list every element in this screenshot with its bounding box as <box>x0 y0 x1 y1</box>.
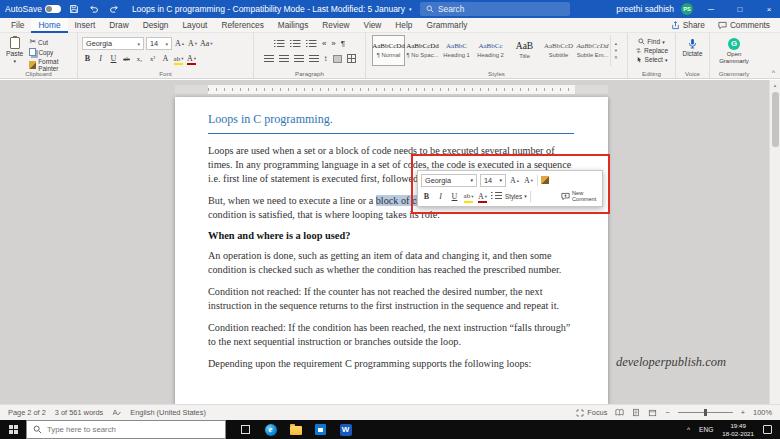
language-badge[interactable]: ENG <box>699 426 713 433</box>
change-case-button[interactable]: Aa▾ <box>200 37 213 50</box>
save-icon[interactable] <box>68 3 81 16</box>
zoom-out-button[interactable]: − <box>665 408 669 417</box>
subscript-button[interactable]: x₂ <box>134 52 145 65</box>
mini-highlight-button[interactable]: ab▾ <box>463 190 474 203</box>
taskbar-search[interactable] <box>26 420 226 439</box>
action-center-icon[interactable] <box>763 425 772 434</box>
tab-draw[interactable]: Draw <box>102 18 135 33</box>
new-comment-button[interactable]: New Comment <box>561 190 599 202</box>
bullet-list-button[interactable] <box>274 40 285 48</box>
tab-insert[interactable]: Insert <box>68 18 103 33</box>
align-center-button[interactable] <box>279 55 289 63</box>
style-heading-2[interactable]: AaBbCc Heading 2 <box>474 35 507 66</box>
style-heading-1[interactable]: AaBbC Heading 1 <box>440 35 473 66</box>
mini-font-color-button[interactable]: A▾ <box>477 190 488 203</box>
mini-shrink-font-button[interactable]: A▾ <box>523 174 534 187</box>
tray-chevron-ic[interactable]: ^ <box>687 426 690 433</box>
style-subtitle[interactable]: AaBbCcD Subtitle <box>542 35 575 66</box>
clock[interactable]: 19:49 18-02-2021 <box>722 422 754 438</box>
taskbar-search-input[interactable] <box>47 425 205 434</box>
mini-italic-button[interactable]: I <box>435 190 446 203</box>
tab-home[interactable]: Home <box>31 18 67 33</box>
decrease-indent-button[interactable]: « <box>322 40 326 48</box>
mini-font-size-combo[interactable]: 14▾ <box>480 174 506 187</box>
tab-design[interactable]: Design <box>136 18 176 33</box>
section-heading[interactable]: When and where is a loop used? <box>208 230 574 241</box>
justify-button[interactable] <box>309 55 319 63</box>
window-document-title[interactable]: Loops in C programming - Compatibility M… <box>132 4 412 14</box>
superscript-button[interactable]: x² <box>147 52 158 65</box>
start-button[interactable] <box>0 420 26 439</box>
close-button[interactable]: × <box>758 0 780 18</box>
show-paragraph-marks-button[interactable]: ¶ <box>341 40 345 48</box>
select-button[interactable]: Select ▾ <box>636 55 668 64</box>
minimize-button[interactable]: ─ <box>700 0 722 18</box>
font-name-combo[interactable]: Georgia▾ <box>82 37 144 50</box>
style-title[interactable]: AaB Title <box>508 35 541 66</box>
maximize-button[interactable]: □ <box>729 0 751 18</box>
paste-button[interactable]: Paste ▾ <box>3 36 26 72</box>
font-size-combo[interactable]: 14▾ <box>146 37 172 50</box>
shading-button[interactable] <box>333 55 342 63</box>
mini-font-name-combo[interactable]: Georgia▾ <box>421 174 477 187</box>
styles-more-button[interactable]: ≡ <box>615 55 618 60</box>
scroll-up-icon[interactable]: ▴ <box>774 82 777 88</box>
replace-button[interactable]: Replace <box>635 46 668 55</box>
word-count[interactable]: 3 of 561 words <box>55 408 103 417</box>
open-grammarly-button[interactable]: G Open Grammarly <box>713 36 755 64</box>
mini-list-button[interactable] <box>491 192 502 200</box>
task-view-button[interactable] <box>239 423 252 436</box>
find-button[interactable]: Find ▾ <box>638 37 664 46</box>
user-name[interactable]: preethi sadhish <box>616 4 674 14</box>
print-layout-button[interactable] <box>632 408 640 417</box>
document-page[interactable]: Loops in C programming. Loops are used w… <box>175 97 608 404</box>
mini-underline-button[interactable]: U <box>449 190 460 203</box>
numbered-list-button[interactable] <box>290 40 301 48</box>
autosave-toggle[interactable]: AutoSave <box>5 4 61 14</box>
grow-font-button[interactable]: A▴ <box>174 37 185 50</box>
tab-layout[interactable]: Layout <box>175 18 214 33</box>
avatar[interactable]: PS <box>681 3 693 15</box>
italic-button[interactable]: I <box>95 52 106 65</box>
language-indicator[interactable]: English (United States) <box>130 408 206 417</box>
copy-button[interactable]: Copy <box>29 48 74 56</box>
vertical-scrollbar[interactable]: ▴ <box>769 80 780 404</box>
edge-button[interactable]: e <box>264 423 277 436</box>
shrink-font-button[interactable]: A▾ <box>187 37 198 50</box>
zoom-slider-thumb[interactable] <box>704 409 707 416</box>
mini-bold-button[interactable]: B <box>421 190 432 203</box>
mini-format-painter-button[interactable] <box>541 176 549 184</box>
share-button[interactable]: Share <box>671 20 705 30</box>
dictate-button[interactable]: Dictate <box>683 36 703 57</box>
highlight-color-button[interactable]: ab▾ <box>173 52 184 65</box>
page-indicator[interactable]: Page 2 of 2 <box>8 408 46 417</box>
scrollbar-thumb[interactable] <box>772 92 779 147</box>
zoom-in-button[interactable]: + <box>741 408 745 417</box>
tab-help[interactable]: Help <box>388 18 419 33</box>
spellcheck-icon[interactable] <box>112 408 121 417</box>
tab-grammarly[interactable]: Grammarly <box>419 18 474 33</box>
autosave-switch[interactable] <box>45 5 61 13</box>
web-layout-button[interactable] <box>648 409 657 417</box>
undo-icon[interactable] <box>88 3 101 16</box>
styles-scroll-down[interactable]: ▾ <box>615 48 617 53</box>
paragraph-6[interactable]: Depending upon the requirement C program… <box>208 357 574 371</box>
tab-review[interactable]: Review <box>315 18 356 33</box>
borders-button[interactable] <box>347 54 356 63</box>
zoom-level[interactable]: 100% <box>753 408 772 417</box>
mini-styles-button[interactable]: Styles▾ <box>505 193 527 200</box>
align-left-button[interactable] <box>264 55 274 63</box>
underline-button[interactable]: U <box>108 52 119 65</box>
styles-scroll-up[interactable]: ▴ <box>615 41 617 46</box>
bold-button[interactable]: B <box>82 52 93 65</box>
line-spacing-button[interactable]: ↕ <box>324 55 328 63</box>
comments-button[interactable]: Comments <box>718 20 770 30</box>
style-no-spacing[interactable]: AaBbCcDd ¶ No Spac... <box>406 35 439 66</box>
tab-view[interactable]: View <box>357 18 389 33</box>
paragraph-5[interactable]: Condition reached: If the condition has … <box>208 321 574 349</box>
tab-mailings[interactable]: Mailings <box>271 18 315 33</box>
mini-grow-font-button[interactable]: A▴ <box>509 174 520 187</box>
tab-file[interactable]: File <box>4 18 31 33</box>
increase-indent-button[interactable]: » <box>331 40 335 48</box>
cut-button[interactable]: ✂Cut <box>29 38 74 46</box>
